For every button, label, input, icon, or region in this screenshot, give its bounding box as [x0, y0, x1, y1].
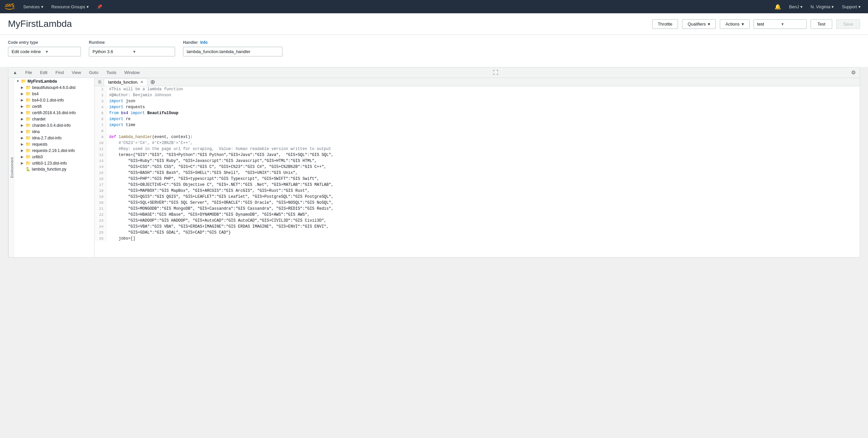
code-line: 24 "GIS+VBA":"GIS VBA", "GIS+ERDAS+IMAGI… — [94, 224, 860, 230]
tree-item[interactable]: ▶📁requests-2.19.1.dist-info — [15, 147, 94, 154]
file-icon: 🐍 — [26, 167, 31, 172]
test-button[interactable]: Test — [811, 19, 833, 29]
code-line: 10 #'C%23'='C#', #'C+2B%2B'='C++', — [94, 140, 860, 146]
tree-item[interactable]: ▶📁chardet-3.0.4.dist-info — [15, 122, 94, 128]
tree-item-arrow-icon: ▶ — [21, 111, 26, 115]
save-button[interactable]: Save — [836, 19, 860, 29]
tree-item[interactable]: ▶📁beautifulsoup4-4.6.0.dist — [15, 84, 94, 91]
code-line: 9def lambda_handler(event, context): — [94, 134, 860, 140]
tree-item[interactable]: ▶📁urllib3-1.23.dist-info — [15, 160, 94, 166]
services-chevron-icon: ▾ — [41, 4, 43, 9]
folder-icon: 📁 — [26, 160, 31, 166]
line-number: 20 — [94, 200, 106, 206]
tree-item-label: idna — [32, 129, 40, 134]
toolbar-goto-btn[interactable]: Goto — [87, 69, 100, 76]
toolbar-window-btn[interactable]: Window — [122, 69, 142, 76]
tab-copy-btn[interactable]: ⎘ — [97, 78, 102, 86]
actions-button[interactable]: Actions ▾ — [720, 19, 750, 29]
tree-root-folder-icon: 📁 — [21, 79, 26, 84]
line-number: 24 — [94, 224, 106, 230]
line-number: 9 — [94, 134, 106, 140]
support-nav[interactable]: Support ▾ — [838, 0, 864, 13]
tree-item[interactable]: ▶📁certifi — [15, 103, 94, 110]
region-nav[interactable]: N. Virginia ▾ — [807, 0, 837, 13]
user-nav[interactable]: BenJ ▾ — [786, 0, 806, 13]
editor-expand-btn[interactable]: ⛶ — [492, 69, 500, 76]
pin-nav[interactable]: 📌 — [93, 0, 105, 13]
folder-icon: 📁 — [26, 110, 31, 115]
line-content: "GIS+MONGODB":"GIS MongoDB", "GIS+Cassan… — [106, 206, 334, 212]
code-entry-select[interactable]: Edit code inline ▾ — [8, 47, 81, 56]
line-number: 23 — [94, 218, 106, 224]
tree-item[interactable]: 🐍lambda_function.py — [15, 166, 94, 172]
tree-item-arrow-icon: ▶ — [21, 86, 26, 89]
tree-item[interactable]: ▶📁certifi-2018.4.16.dist-info — [15, 110, 94, 116]
line-content: import re — [106, 116, 131, 122]
line-content: "GIS+VBA":"GIS VBA", "GIS+ERDAS+IMAGINE"… — [106, 224, 329, 230]
code-entry-label: Code entry type — [8, 40, 81, 45]
line-number: 7 — [94, 122, 106, 128]
code-line: 14 "GIS+CSS":"GIS CSS", "GIS+C":"GIS C",… — [94, 164, 860, 170]
tree-item[interactable]: ▶📁chardet — [15, 116, 94, 122]
folder-icon: 📁 — [26, 148, 31, 153]
tree-item-label: chardet-3.0.4.dist-info — [32, 123, 71, 128]
toolbar-find-btn[interactable]: Find — [53, 69, 66, 76]
editor-settings-btn[interactable]: ⚙ — [850, 69, 857, 76]
tree-root-arrow-icon: ▼ — [16, 79, 21, 83]
folder-icon: 📁 — [26, 154, 31, 159]
tree-item-arrow-icon: ▶ — [21, 98, 26, 102]
test-select[interactable]: test ▾ — [754, 19, 807, 29]
tab-close-icon[interactable]: ✕ — [140, 80, 143, 84]
form-row: Code entry type Edit code inline ▾ Runti… — [8, 40, 860, 56]
line-number: 17 — [94, 182, 106, 188]
toolbar-view-btn[interactable]: View — [70, 69, 83, 76]
qualifiers-button[interactable]: Qualifiers ▾ — [682, 19, 716, 29]
handler-input[interactable] — [183, 47, 282, 56]
tree-item-arrow-icon: ▶ — [21, 161, 26, 165]
toolbar-tools-btn[interactable]: Tools — [104, 69, 118, 76]
tree-item-arrow-icon: ▶ — [21, 136, 26, 140]
active-tab[interactable]: lambda_function. ✕ — [104, 78, 148, 86]
line-content: terms={"GIS":"GIS", "GIS+Python":"GIS Py… — [106, 152, 334, 158]
aws-logo[interactable] — [4, 2, 16, 11]
throttle-button[interactable]: Throttle — [652, 19, 678, 29]
code-area[interactable]: 1#This will be a lambda function2#@Autho… — [94, 86, 860, 257]
resource-groups-nav[interactable]: Resource Groups ▾ — [48, 0, 92, 13]
toolbar-up-btn[interactable]: ▲ — [11, 69, 19, 76]
line-number: 8 — [94, 128, 106, 134]
tree-item-arrow-icon: ▶ — [21, 149, 26, 152]
line-content: "GIS+HADOOP":"GIS HADOOP", "GIS+AutoCAD"… — [106, 218, 326, 224]
tree-root[interactable]: ▼ 📁 MyFirstLambda — [15, 78, 94, 84]
file-tree-content: ▼ 📁 MyFirstLambda ▶📁beautifulsoup4-4.6.0… — [15, 78, 94, 257]
toolbar-file-btn[interactable]: File — [23, 69, 34, 76]
code-line: 2#@Author: Benjamin Johnson — [94, 92, 860, 98]
runtime-chevron-icon: ▾ — [133, 49, 172, 54]
runtime-select[interactable]: Python 3.6 ▾ — [89, 47, 175, 56]
tree-item-label: certifi — [32, 104, 42, 109]
folder-icon: 📁 — [26, 85, 31, 90]
user-chevron-icon: ▾ — [800, 4, 803, 9]
code-line: 7import time — [94, 122, 860, 128]
code-line: 13 "GIS+Ruby":"GIS Ruby", "GIS+Javascrip… — [94, 158, 860, 164]
line-number: 1 — [94, 86, 106, 92]
bell-nav[interactable]: 🔔 — [771, 0, 784, 13]
line-content: "GIS+OBJECTIVE+C":"GIS Objective C", "GI… — [106, 182, 334, 188]
line-number: 4 — [94, 104, 106, 110]
tree-item[interactable]: ▶📁bs4-0.0.1.dist-info — [15, 97, 94, 103]
code-line: 3import json — [94, 98, 860, 104]
handler-info-link[interactable]: Info — [200, 40, 208, 45]
line-number: 5 — [94, 110, 106, 116]
folder-icon: 📁 — [26, 116, 31, 121]
services-nav[interactable]: Services ▾ — [20, 0, 47, 13]
code-line: 1#This will be a lambda function — [94, 86, 860, 92]
tree-item[interactable]: ▶📁requests — [15, 141, 94, 147]
tab-add-btn[interactable]: ⊕ — [149, 78, 156, 86]
tree-item[interactable]: ▶📁bs4 — [15, 91, 94, 97]
folder-icon: 📁 — [26, 129, 31, 134]
folder-icon: 📁 — [26, 142, 31, 147]
line-number: 15 — [94, 170, 106, 176]
tree-item[interactable]: ▶📁idna — [15, 128, 94, 135]
tree-item[interactable]: ▶📁urllib3 — [15, 154, 94, 160]
tree-item[interactable]: ▶📁idna-2.7.dist-info — [15, 135, 94, 141]
toolbar-edit-btn[interactable]: Edit — [38, 69, 50, 76]
